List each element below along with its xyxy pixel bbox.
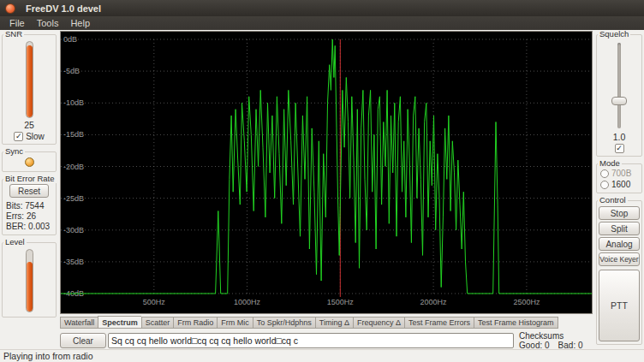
titlebar: FreeDV 1.0 devel (0, 0, 644, 16)
radio-icon (600, 169, 609, 178)
mode-1600-label: 1600 (611, 180, 630, 189)
reset-button[interactable]: Reset (9, 184, 49, 198)
snr-gauge-fill (27, 45, 33, 117)
squelch-slider-handle[interactable] (611, 97, 627, 105)
slow-checkbox[interactable]: ✓ (14, 132, 23, 141)
mode-radio-700b[interactable]: 700B (599, 168, 640, 179)
squelch-slider-track (617, 43, 621, 128)
clear-button[interactable]: Clear (60, 333, 106, 348)
bits-value: Bits: 7544 (4, 201, 54, 211)
squelch-group: Squelch 1.0 ✓ (596, 34, 642, 157)
menubar: File Tools Help (0, 16, 644, 30)
svg-text:1000Hz: 1000Hz (234, 298, 261, 306)
checksums-panel: Checksums Good: 0 Bad: 0 (514, 332, 596, 350)
svg-text:2000Hz: 2000Hz (420, 298, 448, 306)
close-icon[interactable] (5, 3, 15, 14)
snr-value: 25 (4, 120, 54, 130)
tab-frm-mic[interactable]: Frm Mic (217, 317, 253, 329)
control-label: Control (598, 196, 628, 205)
analog-button[interactable]: Analog (599, 237, 640, 251)
tab-test-frame-histogram[interactable]: Test Frame Histogram (474, 317, 558, 329)
tab-to-spkr[interactable]: To Spkr/Hdphns (253, 317, 315, 329)
svg-text:-35dB: -35dB (63, 258, 84, 266)
tab-test-frame-errors[interactable]: Test Frame Errors (404, 317, 474, 329)
svg-text:-10dB: -10dB (63, 98, 84, 107)
left-panel: SNR 25 ✓ Slow Sync Bit Error Rate Reset … (2, 34, 57, 317)
errs-value: Errs: 26 (4, 211, 54, 222)
checksums-label: Checksums (519, 332, 596, 341)
mode-700b-label: 700B (611, 169, 631, 178)
ber-value: BER: 0.003 (4, 222, 54, 232)
squelch-slider[interactable] (599, 40, 640, 131)
tab-frequency[interactable]: Frequency Δ (353, 317, 404, 329)
menu-tools[interactable]: Tools (31, 18, 65, 28)
snr-gauge (26, 41, 33, 118)
sync-label: Sync (3, 147, 25, 156)
mode-radio-1600[interactable]: 1600 (599, 179, 640, 190)
control-group: Control Stop Split Analog Voice Keyer PT… (596, 200, 642, 345)
statusbar: Playing into from radio (0, 349, 644, 362)
svg-text:-15dB: -15dB (63, 130, 84, 139)
checksums-bad: Bad: 0 (558, 341, 583, 350)
level-gauge (26, 249, 33, 312)
message-input[interactable] (108, 333, 514, 348)
svg-text:-20dB: -20dB (63, 163, 84, 171)
checksums-good: Good: 0 (519, 341, 550, 350)
tab-frm-radio[interactable]: Frm Radio (173, 317, 217, 329)
freedv-window: FreeDV 1.0 devel File Tools Help SNR 25 … (0, 0, 644, 362)
svg-text:-5dB: -5dB (63, 67, 80, 75)
level-label: Level (3, 238, 27, 246)
plot-tabs: Waterfall Spectrum Scatter Frm Radio Frm… (60, 316, 596, 329)
tab-timing[interactable]: Timing Δ (315, 317, 353, 329)
ptt-button[interactable]: PTT (599, 270, 640, 341)
mode-group: Mode 700B 1600 (596, 163, 642, 193)
snr-group: SNR 25 ✓ Slow (2, 34, 57, 145)
level-gauge-fill (27, 262, 33, 312)
voice-keyer-button[interactable]: Voice Keyer (599, 252, 640, 266)
ber-label: Bit Error Rate (3, 175, 57, 183)
level-group: Level (2, 242, 57, 317)
menu-help[interactable]: Help (64, 18, 96, 28)
tab-scatter[interactable]: Scatter (141, 317, 174, 329)
window-title: FreeDV 1.0 devel (26, 3, 101, 14)
status-text: Playing into from radio (3, 351, 92, 361)
squelch-value: 1.0 (599, 132, 640, 142)
sync-group: Sync (2, 151, 57, 172)
right-panel: Squelch 1.0 ✓ Mode 700B 1600 Control S (596, 34, 642, 345)
svg-text:-30dB: -30dB (63, 226, 84, 234)
radio-icon (600, 181, 609, 189)
mode-label: Mode (598, 159, 622, 168)
tab-waterfall[interactable]: Waterfall (60, 317, 98, 329)
bottom-bar: Clear Checksums Good: 0 Bad: 0 (60, 332, 596, 349)
svg-text:-25dB: -25dB (63, 194, 84, 203)
snr-label: SNR (3, 30, 24, 39)
slow-label: Slow (26, 132, 45, 141)
sync-led-icon (25, 157, 34, 167)
tab-spectrum[interactable]: Spectrum (98, 316, 141, 329)
stop-button[interactable]: Stop (599, 206, 640, 220)
squelch-label: Squelch (598, 30, 630, 39)
spectrum-canvas[interactable]: 0dB-5dB-10dB-15dB-20dB-25dB-30dB-35dB-40… (61, 32, 592, 313)
spectrum-plot[interactable]: 0dB-5dB-10dB-15dB-20dB-25dB-30dB-35dB-40… (60, 31, 593, 314)
svg-text:2500Hz: 2500Hz (513, 298, 540, 306)
svg-text:0dB: 0dB (63, 35, 77, 44)
svg-text:1500Hz: 1500Hz (327, 298, 355, 306)
svg-text:500Hz: 500Hz (143, 298, 166, 306)
ber-group: Bit Error Rate Reset Bits: 7544 Errs: 26… (2, 179, 57, 235)
menu-file[interactable]: File (3, 18, 31, 28)
split-button[interactable]: Split (599, 222, 640, 235)
squelch-checkbox[interactable]: ✓ (615, 144, 624, 153)
